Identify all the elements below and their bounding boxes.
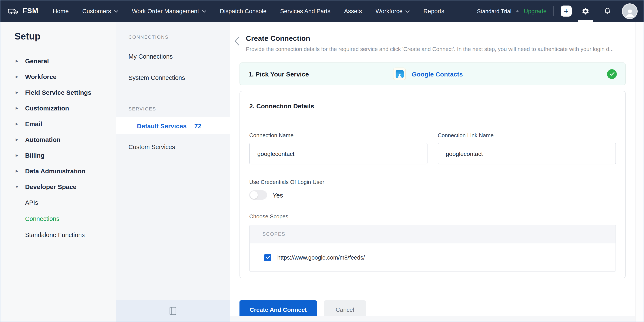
truck-logo-icon [7, 6, 19, 15]
plan-badge: Standard Trial [477, 8, 512, 14]
connection-link-name-field-group: Connection Link Name [438, 132, 616, 164]
scope-row: https://www.google.com/m8/feeds/ [250, 243, 616, 271]
nav-item-dispatch-console[interactable]: Dispatch Console [220, 8, 266, 14]
setup-sidebar: Setup ▸General ▸Workforce ▸Field Service… [0, 22, 116, 322]
services-section-header: SERVICES [128, 106, 230, 111]
app-window: FSM Home Customers Work Order Management… [0, 0, 644, 322]
collapsed-arrow-icon: ▸ [16, 105, 20, 111]
scope-url: https://www.google.com/m8/feeds/ [277, 254, 365, 261]
connections-section-header: CONNECTIONS [128, 34, 230, 39]
nav-item-customers[interactable]: Customers [82, 8, 118, 14]
bell-icon [604, 7, 611, 15]
sidebar-item-field-service-settings[interactable]: ▸Field Service Settings [0, 85, 116, 100]
scopes-table: SCOPES https://www.google.com/m8/feeds/ [249, 225, 616, 272]
nav-item-services-and-parts[interactable]: Services And Parts [280, 8, 330, 14]
expanded-arrow-icon: ▾ [16, 184, 20, 189]
use-credentials-label: Use Credentials Of Login User [249, 179, 616, 185]
sidebar-item-data-administration[interactable]: ▸Data Administration [0, 163, 116, 179]
pick-your-service-card: 1. Pick Your Service Google Contacts [240, 62, 626, 85]
sidebar-item-workforce[interactable]: ▸Workforce [0, 69, 116, 85]
nav-item-assets[interactable]: Assets [344, 8, 362, 14]
choose-scopes-label: Choose Scopes [249, 213, 616, 220]
use-credentials-toggle-row: Yes [249, 190, 616, 200]
top-navigation-bar: FSM Home Customers Work Order Management… [0, 0, 644, 22]
sidebar-item-developer-space[interactable]: ▾Developer Space [0, 179, 116, 194]
dot-separator [516, 10, 519, 12]
collapsed-arrow-icon: ▸ [16, 137, 20, 142]
sidebar-item-apis[interactable]: APIs [0, 194, 116, 211]
step1-title: 1. Pick Your Service [248, 70, 309, 78]
connections-panel: CONNECTIONS My Connections System Connec… [116, 22, 230, 322]
app-body: Setup ▸General ▸Workforce ▸Field Service… [0, 22, 644, 322]
panel-footer [116, 300, 230, 322]
page-title: Create Connection [246, 34, 614, 43]
use-credentials-toggle[interactable] [249, 190, 267, 200]
sidebar-item-automation[interactable]: ▸Automation [0, 132, 116, 148]
scrollbar[interactable] [635, 22, 644, 322]
selected-service: Google Contacts [393, 68, 463, 80]
chevron-down-icon [114, 10, 118, 13]
main-content: Create Connection Provide the connection… [230, 22, 644, 322]
connection-name-field-group: Connection Name [249, 132, 428, 164]
google-contacts-icon [393, 68, 406, 80]
quick-add-button[interactable]: + [561, 5, 572, 16]
toggle-value-label: Yes [273, 191, 283, 199]
connection-name-label: Connection Name [249, 132, 428, 139]
chevron-down-icon [406, 10, 410, 13]
scopes-column-header: SCOPES [250, 225, 616, 243]
connection-name-input[interactable] [249, 143, 428, 164]
fsm-logo[interactable]: FSM [7, 6, 38, 15]
google-contacts-link[interactable]: Google Contacts [412, 70, 463, 78]
person-icon [624, 7, 635, 18]
collapsed-arrow-icon: ▸ [16, 168, 20, 174]
active-nav-indicator [578, 20, 593, 22]
sidebar-item-general[interactable]: ▸General [0, 53, 116, 69]
plus-icon: + [564, 7, 568, 15]
gear-icon [581, 7, 589, 15]
documentation-icon[interactable] [169, 307, 176, 315]
nav-item-workforce[interactable]: Workforce [376, 8, 410, 14]
sidebar-item-billing[interactable]: ▸Billing [0, 148, 116, 163]
sidebar-item-standalone-functions[interactable]: Standalone Functions [0, 227, 116, 243]
connection-link-name-label: Connection Link Name [438, 132, 616, 139]
settings-button[interactable] [577, 0, 594, 22]
nav-item-work-order-management[interactable]: Work Order Management [132, 8, 206, 14]
contact-badge-icon [396, 70, 404, 78]
panel-item-system-connections[interactable]: System Connections [116, 69, 230, 86]
connection-details-card: 2. Connection Details Connection Name Co… [240, 91, 626, 278]
upgrade-link[interactable]: Upgrade [524, 8, 546, 14]
create-connection-header: Create Connection Provide the connection… [230, 22, 644, 52]
brand-name: FSM [22, 7, 38, 15]
collapsed-arrow-icon: ▸ [16, 153, 20, 158]
notifications-button[interactable] [599, 0, 616, 22]
chevron-down-icon [202, 10, 206, 13]
name-fields-row: Connection Name Connection Link Name [249, 132, 616, 164]
page-title-setup: Setup [14, 31, 116, 42]
connection-link-name-input[interactable] [438, 143, 616, 164]
primary-nav: Home Customers Work Order Management Dis… [53, 8, 444, 14]
footer-strip [230, 316, 635, 322]
panel-item-default-services[interactable]: Default Services 72 [116, 117, 230, 134]
collapsed-arrow-icon: ▸ [16, 74, 20, 79]
sidebar-item-customization[interactable]: ▸Customization [0, 100, 116, 116]
nav-right-cluster: Standard Trial Upgrade + [477, 0, 638, 22]
page-subtitle: Provide the connection details for the r… [246, 46, 614, 52]
header-text-block: Create Connection Provide the connection… [246, 34, 614, 52]
collapsed-arrow-icon: ▸ [16, 58, 20, 64]
user-avatar[interactable] [622, 3, 638, 19]
nav-item-reports[interactable]: Reports [424, 8, 444, 14]
toggle-knob [250, 191, 258, 199]
check-icon [609, 72, 614, 76]
collapsed-arrow-icon: ▸ [16, 121, 20, 127]
step-complete-check-icon [607, 69, 617, 79]
divider [554, 6, 554, 16]
panel-item-custom-services[interactable]: Custom Services [116, 139, 230, 156]
sidebar-item-connections[interactable]: Connections [0, 211, 116, 227]
back-button[interactable] [234, 37, 240, 45]
nav-item-home[interactable]: Home [53, 8, 69, 14]
scope-checkbox[interactable] [264, 254, 272, 261]
collapsed-arrow-icon: ▸ [16, 90, 20, 95]
default-services-count: 72 [194, 122, 201, 129]
panel-item-my-connections[interactable]: My Connections [116, 48, 230, 65]
sidebar-item-email[interactable]: ▸Email [0, 116, 116, 132]
